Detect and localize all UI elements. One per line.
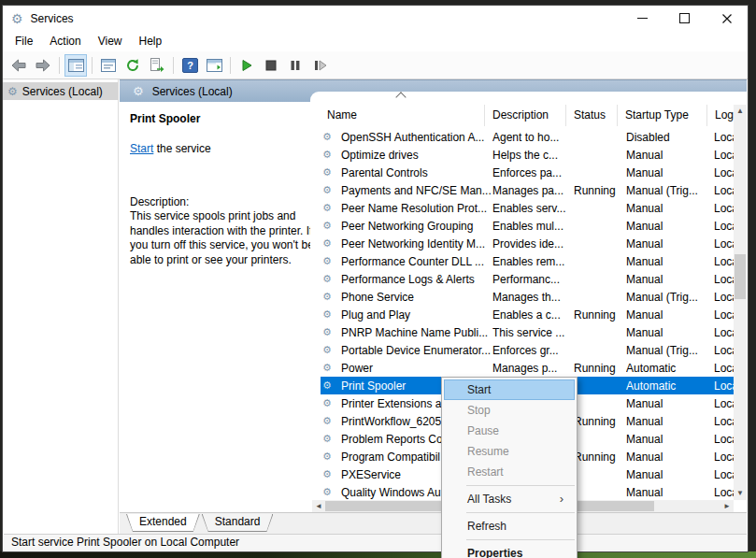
scroll-down-icon[interactable]: ▼ <box>734 487 747 500</box>
context-all-tasks[interactable]: All Tasks› <box>444 489 575 509</box>
tab-extended[interactable]: Extended <box>126 514 200 532</box>
cell-status: Running <box>574 308 626 322</box>
show-console-tree-button[interactable] <box>64 54 87 77</box>
toolbar-separator <box>173 57 174 74</box>
cell-name: PNRP Machine Name Publi... <box>341 326 492 339</box>
properties-button[interactable] <box>97 54 120 77</box>
cell-startup-type: Manual <box>626 451 714 464</box>
service-row[interactable]: ⚙Peer Networking GroupingEnables mul...M… <box>321 217 734 235</box>
cell-log-on-as: Loca <box>714 451 734 464</box>
minimize-button[interactable] <box>621 6 663 31</box>
services-pane: ⚙ Services (Local) Print Spooler Start t… <box>120 79 747 515</box>
service-row[interactable]: ⚙Performance Counter DLL ...Enables rem.… <box>321 252 734 270</box>
cell-description: Performanc... <box>492 273 574 286</box>
cell-startup-type: Manual <box>626 273 714 286</box>
maximize-button[interactable] <box>663 6 706 31</box>
column-header-status[interactable]: Status <box>566 105 618 126</box>
stop-service-button[interactable] <box>260 54 282 77</box>
vertical-scroll-thumb[interactable] <box>735 254 746 299</box>
context-properties[interactable]: Properties <box>444 543 575 558</box>
column-headers: NameDescriptionStatusStartup TypeLog <box>310 105 734 126</box>
service-gear-icon: ⚙ <box>321 451 341 463</box>
scroll-up-icon[interactable]: ▲ <box>734 105 747 118</box>
restart-service-button[interactable] <box>308 54 331 77</box>
description-label: Description: <box>130 195 189 208</box>
column-header-startup-type[interactable]: Startup Type <box>618 105 707 126</box>
cell-log-on-as: Loca <box>714 166 734 179</box>
start-service-link[interactable]: Start <box>130 142 153 155</box>
cell-name: Portable Device Enumerator... <box>341 344 492 357</box>
menu-help[interactable]: Help <box>131 33 171 50</box>
refresh-button[interactable] <box>121 54 144 77</box>
close-button[interactable] <box>706 6 748 31</box>
service-gear-icon: ⚙ <box>321 220 341 232</box>
service-action-line: Start the service <box>130 142 211 155</box>
scroll-right-icon[interactable]: ► <box>720 500 734 512</box>
service-gear-icon: ⚙ <box>321 362 341 374</box>
service-row[interactable]: ⚙Portable Device Enumerator...Enforces g… <box>321 341 734 359</box>
cell-log-on-as: Loca <box>714 220 734 233</box>
cell-name: Plug and Play <box>341 308 492 322</box>
service-row[interactable]: ⚙Optimize drivesHelps the c...ManualLoca <box>321 146 734 164</box>
show-action-pane-button[interactable] <box>203 54 225 77</box>
service-gear-icon: ⚙ <box>321 344 341 356</box>
cell-startup-type: Manual <box>626 202 714 215</box>
service-row[interactable]: ⚙Phone ServiceManages th...Manual (Trig.… <box>321 288 734 306</box>
cell-log-on-as: Loca <box>714 131 734 144</box>
column-header-description[interactable]: Description <box>485 105 566 126</box>
back-button[interactable] <box>7 54 30 77</box>
service-row[interactable]: ⚙PowerManages p...RunningAutomaticLoca <box>321 359 734 377</box>
help-button[interactable]: ? <box>178 54 201 77</box>
cell-name: Peer Networking Grouping <box>341 220 492 233</box>
cell-status: Running <box>574 362 626 375</box>
column-header-name[interactable]: Name <box>310 105 485 126</box>
status-text: Start service Print Spooler on Local Com… <box>11 536 239 549</box>
cell-startup-type: Manual <box>626 415 714 428</box>
service-row[interactable]: ⚙Peer Name Resolution Prot...Enables ser… <box>321 199 734 217</box>
service-row[interactable]: ⚙Peer Networking Identity M...Provides i… <box>321 235 734 252</box>
tree-item-services-local[interactable]: ⚙ Services (Local) <box>3 82 118 100</box>
service-row[interactable]: ⚙Plug and PlayEnables a c...RunningManua… <box>321 306 734 323</box>
service-row[interactable]: ⚙Parental ControlsEnforces pa...ManualLo… <box>321 164 734 181</box>
tree-item-label: Services (Local) <box>22 85 103 98</box>
context-menu: StartStopPauseResumeRestartAll Tasks›Ref… <box>441 377 578 558</box>
forward-button[interactable] <box>32 54 54 77</box>
cell-log-on-as: Loca <box>714 149 734 162</box>
cell-description: Enables mul... <box>492 220 574 233</box>
view-tabs: Extended Standard <box>120 512 747 534</box>
desktop: ⚙ Services FileActionViewHelp ? ⚙ Servic… <box>0 0 756 558</box>
column-header-log[interactable]: Log <box>707 105 734 126</box>
cell-log-on-as: Loca <box>714 255 734 268</box>
start-service-button[interactable] <box>235 54 258 77</box>
console-tree-pane: ⚙ Services (Local) <box>3 79 119 534</box>
context-refresh[interactable]: Refresh <box>444 516 575 537</box>
context-start[interactable]: Start <box>444 379 575 400</box>
cell-startup-type: Manual <box>626 237 714 250</box>
menu-separator <box>466 512 575 513</box>
submenu-arrow-icon: › <box>560 489 563 509</box>
service-gear-icon: ⚙ <box>321 202 341 214</box>
cell-log-on-as: Loca <box>714 433 734 446</box>
service-row[interactable]: ⚙OpenSSH Authentication A...Agent to ho.… <box>321 128 734 146</box>
cell-description: Helps the c... <box>492 149 574 162</box>
cell-name: Payments and NFC/SE Man... <box>341 184 492 197</box>
export-list-button[interactable] <box>146 54 168 77</box>
cell-status: Running <box>574 184 626 197</box>
desktop-wallpaper <box>0 551 756 558</box>
service-row[interactable]: ⚙Payments and NFC/SE Man...Manages pa...… <box>321 181 734 199</box>
service-row[interactable]: ⚙Performance Logs & AlertsPerformanc...M… <box>321 270 734 288</box>
service-gear-icon: ⚙ <box>321 166 341 179</box>
service-row[interactable]: ⚙PNRP Machine Name Publi...This service … <box>321 323 734 341</box>
toolbar-separator <box>92 57 93 74</box>
service-gear-icon: ⚙ <box>321 273 341 285</box>
tab-standard[interactable]: Standard <box>202 514 274 532</box>
cell-name: Parental Controls <box>341 166 492 179</box>
service-gear-icon: ⚙ <box>321 397 341 409</box>
cell-log-on-as: Loca <box>714 486 734 499</box>
vertical-scrollbar[interactable]: ▲ ▼ <box>734 105 747 500</box>
menu-action[interactable]: Action <box>41 33 89 50</box>
pause-service-button[interactable] <box>284 54 307 77</box>
menu-view[interactable]: View <box>90 33 131 50</box>
menu-file[interactable]: File <box>7 33 41 50</box>
scroll-left-icon[interactable]: ◄ <box>312 500 325 512</box>
